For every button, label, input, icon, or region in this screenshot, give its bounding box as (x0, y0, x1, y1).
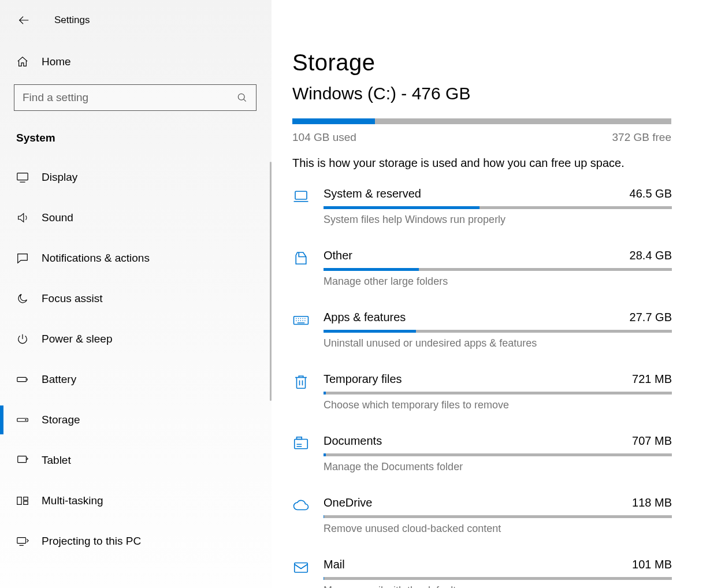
power-icon (16, 333, 29, 345)
moon-icon (16, 292, 29, 305)
category-list: System & reserved 46.5 GB System files h… (292, 187, 672, 588)
category-size: 707 MB (632, 434, 672, 448)
category-hint: Choose which temporary files to remove (324, 399, 672, 411)
sidebar-nav: Display Sound Notifications & actions Fo… (0, 157, 272, 561)
sidebar-item-label: Projecting to this PC (42, 535, 141, 548)
search-input[interactable] (23, 91, 236, 104)
sidebar-item-notifications[interactable]: Notifications & actions (0, 238, 272, 278)
category-bar-fill (324, 453, 326, 456)
svg-rect-8 (24, 501, 28, 505)
category-bar (324, 515, 672, 518)
search-box[interactable] (14, 84, 257, 111)
category-size: 101 MB (632, 558, 672, 571)
sidebar-item-storage[interactable]: Storage (0, 400, 272, 440)
sidebar-item-label: Sound (42, 211, 73, 224)
search-container (14, 84, 258, 111)
multitask-icon (16, 494, 29, 507)
sound-icon (16, 211, 29, 224)
category-size: 27.7 GB (630, 311, 672, 324)
category-name: Other (324, 249, 352, 262)
svg-rect-9 (17, 538, 26, 544)
sidebar-home[interactable]: Home (0, 45, 272, 79)
svg-rect-5 (18, 456, 27, 463)
category-hint: Manage the Documents folder (324, 461, 672, 473)
sidebar-item-display[interactable]: Display (0, 157, 272, 198)
category-row[interactable]: OneDrive 118 MB Remove unused cloud-back… (292, 496, 672, 535)
category-hint: Manage other large folders (324, 276, 672, 288)
category-hint: System files help Windows run properly (324, 214, 672, 226)
category-name: Mail (324, 558, 345, 571)
category-name: Apps & features (324, 311, 406, 324)
category-name: Temporary files (324, 373, 402, 386)
laptop-icon (292, 187, 324, 226)
main-content: Storage Windows (C:) - 476 GB 104 GB use… (272, 0, 710, 588)
category-bar (324, 330, 672, 333)
foldershape-icon (292, 249, 324, 288)
category-name: OneDrive (324, 496, 372, 509)
sidebar: Settings Home System Display Sound Notif… (0, 0, 272, 588)
sidebar-item-tablet[interactable]: Tablet (0, 440, 272, 481)
used-label: 104 GB used (292, 131, 356, 144)
sidebar-item-label: Display (42, 171, 77, 184)
usage-labels: 104 GB used 372 GB free (292, 131, 671, 144)
category-size: 118 MB (632, 496, 672, 509)
document-icon (292, 434, 324, 473)
sidebar-item-focus-assist[interactable]: Focus assist (0, 278, 272, 319)
svg-rect-2 (17, 377, 27, 381)
free-label: 372 GB free (612, 131, 671, 144)
message-icon (16, 252, 29, 265)
sidebar-item-label: Multi-tasking (42, 494, 103, 507)
overall-usage-bar (292, 118, 671, 124)
sidebar-item-label: Focus assist (42, 292, 103, 305)
page-title: Storage (292, 50, 672, 76)
description-text: This is how your storage is used and how… (292, 157, 672, 170)
drive-icon (16, 414, 29, 426)
home-icon (16, 55, 29, 68)
svg-rect-7 (24, 497, 28, 501)
svg-rect-13 (297, 437, 302, 440)
category-bar (324, 392, 672, 395)
category-size: 721 MB (632, 373, 672, 386)
category-bar-fill (324, 577, 324, 580)
search-icon (236, 92, 248, 103)
category-bar-fill (324, 330, 416, 333)
category-row[interactable]: Documents 707 MB Manage the Documents fo… (292, 434, 672, 473)
category-bar-fill (324, 206, 479, 209)
sidebar-item-label: Power & sleep (42, 333, 113, 345)
category-row[interactable]: Apps & features 27.7 GB Uninstall unused… (292, 311, 672, 349)
svg-rect-10 (295, 191, 307, 199)
battery-icon (16, 373, 29, 386)
sidebar-section-label: System (0, 121, 272, 157)
sidebar-item-power-sleep[interactable]: Power & sleep (0, 319, 272, 359)
sidebar-item-label: Storage (42, 414, 80, 426)
drive-label: Windows (C:) - 476 GB (292, 84, 672, 103)
tablet-icon (16, 454, 29, 467)
category-bar (324, 268, 672, 271)
svg-rect-14 (295, 563, 308, 572)
category-bar (324, 577, 672, 580)
sidebar-item-label: Tablet (42, 454, 71, 467)
sidebar-item-label: Battery (42, 373, 76, 386)
category-hint: Uninstall unused or undesired apps & fea… (324, 337, 672, 349)
category-bar-fill (324, 515, 324, 518)
arrow-left-icon (17, 14, 30, 27)
sidebar-item-battery[interactable]: Battery (0, 359, 272, 400)
svg-point-4 (25, 419, 26, 420)
category-bar (324, 206, 672, 209)
sidebar-item-projecting[interactable]: Projecting to this PC (0, 521, 272, 561)
overall-usage-fill (292, 118, 375, 124)
window-title: Settings (54, 14, 90, 26)
category-bar-fill (324, 392, 326, 395)
category-row[interactable]: Mail 101 MB Manage mail with the default… (292, 558, 672, 588)
category-row[interactable]: Other 28.4 GB Manage other large folders (292, 249, 672, 288)
category-row[interactable]: System & reserved 46.5 GB System files h… (292, 187, 672, 226)
category-hint: Manage mail with the default app (324, 585, 672, 588)
sidebar-item-label: Notifications & actions (42, 252, 150, 265)
sidebar-item-multitasking[interactable]: Multi-tasking (0, 481, 272, 521)
sidebar-home-label: Home (42, 55, 71, 68)
window-header: Settings (0, 0, 272, 35)
category-hint: Remove unused cloud-backed content (324, 523, 672, 535)
sidebar-item-sound[interactable]: Sound (0, 198, 272, 238)
category-row[interactable]: Temporary files 721 MB Choose which temp… (292, 373, 672, 411)
back-button[interactable] (14, 10, 34, 30)
